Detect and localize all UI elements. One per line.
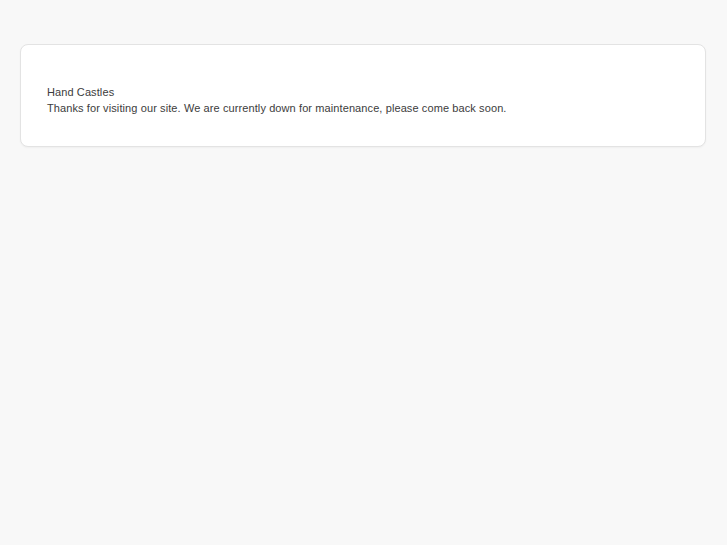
page-background: { "page": { "background_color": "#f8f8f8… [0,0,727,545]
store-name: Hand Castles [47,84,679,100]
maintenance-message: Thanks for visiting our site. We are cur… [47,100,679,116]
maintenance-card: Hand Castles Thanks for visiting our sit… [20,44,706,147]
